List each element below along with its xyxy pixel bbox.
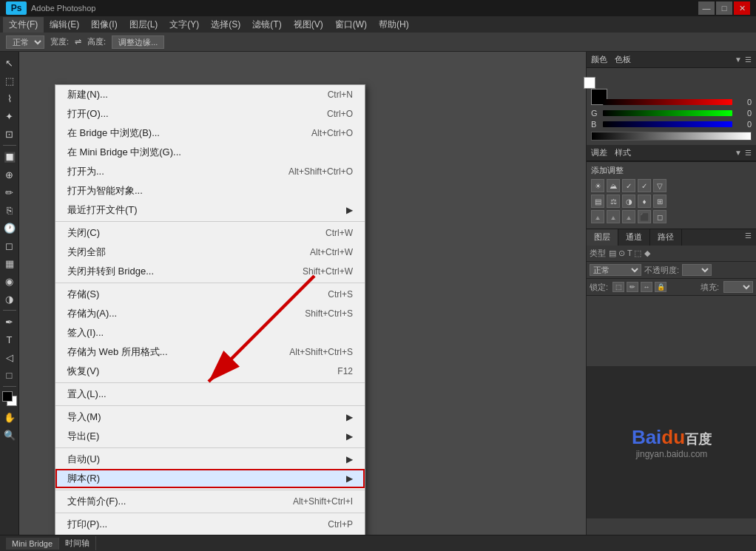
adj-posterize[interactable]: ⟁ xyxy=(607,210,620,223)
menu-help[interactable]: 帮助(H) xyxy=(373,17,415,33)
lock-all[interactable]: 🔒 xyxy=(655,282,666,292)
tool-dodge[interactable]: ◑ xyxy=(1,291,18,307)
tab-timeline[interactable]: 时间轴 xyxy=(59,536,96,550)
minimize-button[interactable]: — xyxy=(698,1,715,15)
adj-invert[interactable]: ⟁ xyxy=(591,210,604,223)
blend-mode-select[interactable]: 正常 xyxy=(6,36,44,49)
adj-grid[interactable]: ⊞ xyxy=(653,195,666,208)
menu-automate[interactable]: 自动(U) ▶ xyxy=(55,450,365,469)
tool-blur[interactable]: ◉ xyxy=(1,273,18,289)
tool-heal[interactable]: ⊕ xyxy=(1,166,18,183)
menu-image[interactable]: 图像(I) xyxy=(85,17,123,33)
adj-menu-icon[interactable]: ☰ xyxy=(745,149,752,157)
red-slider-track[interactable] xyxy=(603,99,732,105)
menu-file[interactable]: 文件(F) xyxy=(3,17,44,33)
menu-recent[interactable]: 最近打开文件(T) ▶ xyxy=(55,200,365,220)
adj-hsl[interactable]: ▤ xyxy=(591,195,604,208)
menu-open-as[interactable]: 打开为... Alt+Shift+Ctrl+O xyxy=(55,162,365,181)
menu-bridge[interactable]: 在 Bridge 中浏览(B)... Alt+Ctrl+O xyxy=(55,124,365,143)
menu-window[interactable]: 窗口(W) xyxy=(329,17,373,33)
adjust-edge-button[interactable]: 调整边缘... xyxy=(112,36,164,49)
tab-paths[interactable]: 路径 xyxy=(650,229,682,246)
menu-close-bridge[interactable]: 关闭并转到 Bridge... Shift+Ctrl+W xyxy=(55,262,365,281)
tab-layers[interactable]: 图层 xyxy=(587,229,618,246)
tool-hand[interactable]: ✋ xyxy=(1,409,18,425)
lock-transparent[interactable]: ⬚ xyxy=(612,282,624,292)
menu-revert[interactable]: 恢复(V) F12 xyxy=(55,362,365,381)
menu-script[interactable]: 脚本(R) ▶ xyxy=(55,469,365,488)
color-gradient-strip[interactable] xyxy=(591,132,752,141)
tool-color-swatches[interactable] xyxy=(2,391,17,406)
adj-channel-mix[interactable]: ♦ xyxy=(638,195,651,208)
tool-eyedropper[interactable]: 🔲 xyxy=(1,149,18,165)
tool-zoom[interactable]: 🔍 xyxy=(1,427,18,443)
lock-position[interactable]: ↔ xyxy=(641,282,652,292)
tool-path-select[interactable]: ◁ xyxy=(1,349,18,365)
close-button[interactable]: ✕ xyxy=(734,1,750,15)
adj-down[interactable]: ▽ xyxy=(653,179,666,192)
maximize-button[interactable]: □ xyxy=(716,1,732,15)
menu-save[interactable]: 存储(S) Ctrl+S xyxy=(55,285,365,304)
adj-check2[interactable]: ✓ xyxy=(638,179,651,192)
adj-color-balance[interactable]: ⚖ xyxy=(607,195,620,208)
tool-crop[interactable]: ⊡ xyxy=(1,126,18,142)
tool-text[interactable]: T xyxy=(1,331,18,348)
adj-gradient-map[interactable]: ⬛ xyxy=(638,210,651,223)
adj-exposure[interactable]: ✓ xyxy=(622,179,635,192)
tool-history[interactable]: 🕐 xyxy=(1,220,18,236)
menu-filter[interactable]: 滤镜(T) xyxy=(246,17,287,33)
menu-mini-bridge[interactable]: 在 Mini Bridge 中浏览(G)... xyxy=(55,143,365,162)
menu-save-web[interactable]: 存储为 Web 所用格式... Alt+Shift+Ctrl+S xyxy=(55,342,365,362)
menu-select[interactable]: 选择(S) xyxy=(205,17,246,33)
menu-export[interactable]: 导出(E) ▶ xyxy=(55,427,365,446)
bg-color-swatch[interactable] xyxy=(584,77,595,89)
adj-collapse-icon[interactable]: ▼ xyxy=(735,149,742,157)
adj-panel-title[interactable]: 调差 xyxy=(591,147,607,158)
menu-open[interactable]: 打开(O)... Ctrl+O xyxy=(55,104,365,124)
panel-collapse-icon[interactable]: ▼ xyxy=(735,55,742,64)
layer-fill-select[interactable] xyxy=(723,281,753,293)
menu-checkin[interactable]: 签入(I)... xyxy=(55,323,365,342)
tool-move[interactable]: ↖ xyxy=(1,55,18,71)
menu-print-one[interactable]: 打印一份(Y) Alt+Shift+Ctrl+P xyxy=(55,534,365,535)
menu-file-info[interactable]: 文件简介(F)... Alt+Shift+Ctrl+I xyxy=(55,492,365,511)
menu-import[interactable]: 导入(M) ▶ xyxy=(55,408,365,427)
menu-layer[interactable]: 图层(L) xyxy=(124,17,164,33)
menu-place[interactable]: 置入(L)... xyxy=(55,385,365,404)
tool-shape[interactable]: □ xyxy=(1,367,18,383)
tool-magic-wand[interactable]: ✦ xyxy=(1,108,18,124)
tool-lasso[interactable]: ⌇ xyxy=(1,90,18,107)
menu-open-smart[interactable]: 打开为智能对象... xyxy=(55,181,365,200)
menu-close[interactable]: 关闭(C) Ctrl+W xyxy=(55,223,365,243)
tool-marquee[interactable]: ⬚ xyxy=(1,72,18,89)
color-panel-title[interactable]: 颜色 xyxy=(591,54,607,65)
file-dropdown-menu[interactable]: 新建(N)... Ctrl+N 打开(O)... Ctrl+O 在 Bridge… xyxy=(55,84,365,535)
blue-slider-track[interactable] xyxy=(603,121,732,127)
tab-channels[interactable]: 通道 xyxy=(618,229,650,246)
menu-close-all[interactable]: 关闭全部 Alt+Ctrl+W xyxy=(55,243,365,262)
adj-threshold[interactable]: ⟁ xyxy=(622,210,635,223)
layer-opacity-select[interactable] xyxy=(682,264,712,276)
tool-clone[interactable]: ⎘ xyxy=(1,202,18,218)
styles-panel-title[interactable]: 样式 xyxy=(615,147,631,158)
menu-view[interactable]: 视图(V) xyxy=(288,17,329,33)
tool-gradient[interactable]: ▦ xyxy=(1,255,18,271)
tool-pen[interactable]: ✒ xyxy=(1,314,18,330)
adj-curves[interactable]: ⛰ xyxy=(607,179,620,192)
adj-bw[interactable]: ◑ xyxy=(622,195,635,208)
menu-edit[interactable]: 编辑(E) xyxy=(44,17,85,33)
foreground-color[interactable] xyxy=(2,391,13,402)
window-controls[interactable]: — □ ✕ xyxy=(698,1,750,15)
tool-eraser[interactable]: ◻ xyxy=(1,237,18,254)
layer-blend-mode-select[interactable]: 正常 xyxy=(590,264,641,276)
layers-panel-menu[interactable]: ☰ xyxy=(740,229,756,246)
adj-brightness[interactable]: ☀ xyxy=(591,179,604,192)
menu-new[interactable]: 新建(N)... Ctrl+N xyxy=(55,85,365,104)
panel-menu-icon[interactable]: ☰ xyxy=(745,55,752,64)
menu-save-as[interactable]: 存储为(A)... Shift+Ctrl+S xyxy=(55,304,365,323)
tool-brush[interactable]: ✏ xyxy=(1,184,18,200)
adj-selective-color[interactable]: ◻ xyxy=(653,210,666,223)
tab-mini-bridge[interactable]: Mini Bridge xyxy=(6,538,59,550)
menu-text[interactable]: 文字(Y) xyxy=(163,17,205,33)
lock-image[interactable]: ✏ xyxy=(627,282,638,292)
